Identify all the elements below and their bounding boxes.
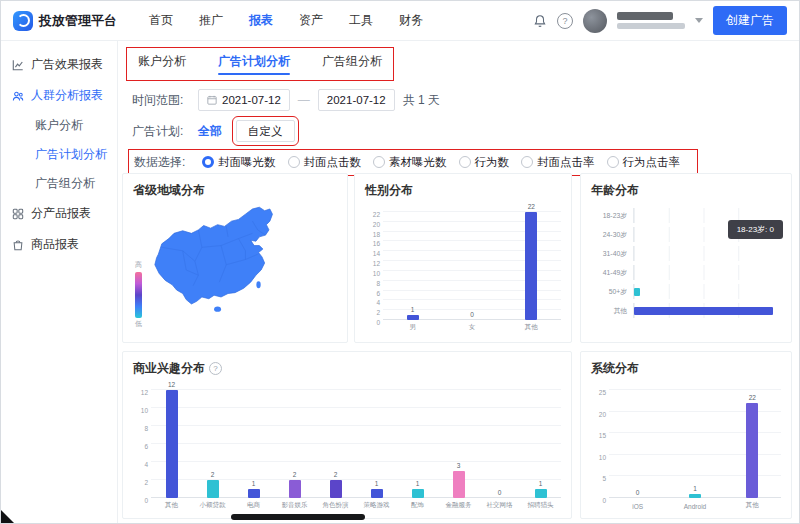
y-category-label: 其他 <box>591 306 633 316</box>
radio-label: 行为点击率 <box>623 155 681 170</box>
x-tick-label: 配饰 <box>397 501 438 510</box>
chevron-down-icon[interactable] <box>695 18 703 23</box>
y-tick-label: 25 <box>599 389 606 396</box>
plan-option-all[interactable]: 全部 <box>198 123 222 140</box>
legend-gradient-bar <box>135 272 142 318</box>
bar-2 <box>746 403 758 498</box>
radio-label: 封面点击率 <box>537 155 595 170</box>
y-category-label: 31-40岁 <box>591 249 633 259</box>
bar-value-label: 1 <box>693 485 697 492</box>
charts-grid: 省级地域分布 <box>122 173 791 517</box>
gender-bar-chart: 02468101214161820221022男女其他 <box>365 202 561 332</box>
y-category-label: 18-23岁 <box>591 211 633 221</box>
x-tick-label: 影音娱乐 <box>274 501 315 510</box>
bell-icon[interactable] <box>533 14 547 28</box>
sidebar-subitem-campaign-analysis[interactable]: 广告计划分析 <box>1 140 117 169</box>
audience-icon <box>12 90 24 102</box>
radio-material-impressions[interactable]: 素材曝光数 <box>373 155 447 170</box>
plot-area: 1022 <box>383 202 561 320</box>
y-tick-label: 22 <box>373 211 380 218</box>
sidebar-item-product-reports[interactable]: 分产品报表 <box>1 198 117 229</box>
bar-value-label: 1 <box>252 480 256 487</box>
date-end-input[interactable]: 2021-07-12 <box>318 89 395 111</box>
y-tick-label: 0 <box>376 319 380 326</box>
bar-track <box>633 284 773 299</box>
y-tick-label: 6 <box>376 290 380 297</box>
bar-0 <box>166 390 178 498</box>
nav-item-promotion[interactable]: 推广 <box>199 12 223 29</box>
bar-2 <box>248 489 260 498</box>
radio-dot <box>288 156 300 168</box>
radio-cover-ctr[interactable]: 封面点击率 <box>521 155 595 170</box>
y-tick-label: 20 <box>373 221 380 228</box>
bar-3 <box>289 480 301 498</box>
radio-dot <box>459 156 471 168</box>
main-content: 账户分析广告计划分析广告组分析 时间范围: 2021-07-12 — 2021-… <box>118 41 799 523</box>
tab-account-analysis[interactable]: 账户分析 <box>138 53 186 75</box>
y-category-label: 41-49岁 <box>591 268 633 278</box>
tab-adgroup-analysis[interactable]: 广告组分析 <box>322 53 382 75</box>
date-end-value: 2021-07-12 <box>327 94 386 106</box>
radio-action-ctr[interactable]: 行为点击率 <box>607 155 681 170</box>
sidebar-item-label: 商品报表 <box>31 236 79 253</box>
nav-item-reports[interactable]: 报表 <box>249 12 273 29</box>
radio-actions[interactable]: 行为数 <box>459 155 510 170</box>
sidebar-item-goods-reports[interactable]: 商品报表 <box>1 229 117 260</box>
x-tick-label: 金融服务 <box>438 501 479 510</box>
bar-value-label: 2 <box>211 471 215 478</box>
bar-value-label: 1 <box>411 306 415 313</box>
date-start-input[interactable]: 2021-07-12 <box>198 89 290 111</box>
radio-cover-clicks[interactable]: 封面点击数 <box>288 155 362 170</box>
sidebar: 广告效果报表人群分析报表账户分析广告计划分析广告组分析分产品报表商品报表 <box>1 41 118 523</box>
user-info-redacted[interactable] <box>617 12 685 29</box>
chart-title-interest: 商业兴趣分布 <box>133 360 561 376</box>
top-bar: 投放管理平台 首页推广报表资产工具财务 创建广告 <box>1 1 799 41</box>
gridline <box>609 389 781 390</box>
bar-value-label: 12 <box>168 381 175 388</box>
bar-value-label: 2 <box>293 471 297 478</box>
chart-card-region: 省级地域分布 <box>122 173 348 343</box>
nav-item-finance[interactable]: 财务 <box>399 12 423 29</box>
y-tick-label: 8 <box>144 425 148 432</box>
x-axis-labels: 其他小额贷款电商影音娱乐角色扮演策略游戏配饰金融服务社交网络招聘猎头 <box>133 498 561 510</box>
x-tick-label: 女 <box>442 323 501 332</box>
nav-item-assets[interactable]: 资产 <box>299 12 323 29</box>
x-tick-label: iOS <box>609 503 666 510</box>
app-logo[interactable]: 投放管理平台 <box>13 11 139 31</box>
nav-item-home[interactable]: 首页 <box>149 12 173 29</box>
plot-row: 02468101214161820221022 <box>365 202 561 320</box>
sidebar-item-label: 分产品报表 <box>31 205 91 222</box>
nav-item-tools[interactable]: 工具 <box>349 12 373 29</box>
plan-options: 全部自定义 <box>198 120 295 142</box>
question-circle-icon[interactable] <box>557 13 573 29</box>
logo-icon <box>13 11 33 31</box>
sidebar-item-ad-effect-reports[interactable]: 广告效果报表 <box>1 49 117 80</box>
x-tick-label: 招聘猎头 <box>520 501 561 510</box>
app-window: 投放管理平台 首页推广报表资产工具财务 创建广告 广告效果报表人群分析报表账户分… <box>0 0 800 524</box>
top-bar-right: 创建广告 <box>533 6 787 35</box>
sidebar-item-audience-analysis-reports[interactable]: 人群分析报表 <box>1 80 117 111</box>
ad-plan-row: 广告计划: 全部自定义 <box>132 119 785 143</box>
radio-dot <box>373 156 385 168</box>
sidebar-item-label: 人群分析报表 <box>31 87 103 104</box>
y-tick-label: 20 <box>599 411 606 418</box>
create-ad-button[interactable]: 创建广告 <box>713 6 787 35</box>
plot-area: 0122 <box>609 380 781 498</box>
china-map <box>137 202 333 324</box>
sidebar-subitem-adgroup-analysis[interactable]: 广告组分析 <box>1 169 117 198</box>
y-tick-label: 2 <box>144 479 148 486</box>
radio-cover-impressions[interactable]: 封面曝光数 <box>202 155 276 170</box>
chart-tooltip: 18-23岁: 0 <box>728 220 783 239</box>
bar-9 <box>535 489 547 498</box>
gridline <box>151 407 561 408</box>
radio-label: 素材曝光数 <box>389 155 447 170</box>
avatar[interactable] <box>583 9 607 33</box>
bar-value-label: 2 <box>334 471 338 478</box>
bar-4 <box>330 480 342 498</box>
data-select-row: 数据选择: 封面曝光数封面点击数素材曝光数行为数封面点击率行为点击率 <box>132 150 785 174</box>
info-circle-icon[interactable] <box>209 362 222 375</box>
tab-campaign-analysis[interactable]: 广告计划分析 <box>218 53 290 75</box>
sidebar-subitem-account-analysis[interactable]: 账户分析 <box>1 111 117 140</box>
plan-option-custom[interactable]: 自定义 <box>236 120 295 142</box>
china-map-chart: 高 低 <box>133 202 337 330</box>
